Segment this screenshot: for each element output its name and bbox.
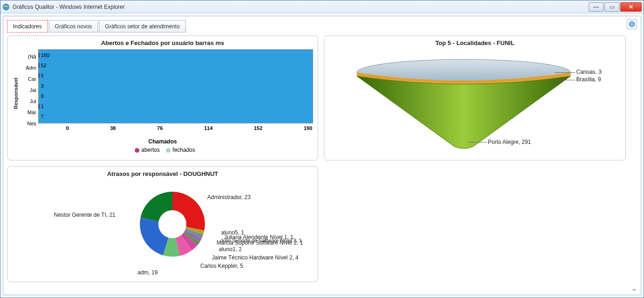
- bar-cat: Adm: [20, 65, 36, 71]
- bar-value: 3: [41, 83, 44, 89]
- bar-cat: Car: [20, 76, 36, 82]
- panel-donut-chart: Atrasos por responsável - DOUGHNUT: [7, 166, 318, 282]
- bar-ylabel: Responsável: [12, 49, 20, 137]
- donut-label-aluno5: aluno5, 1: [221, 229, 244, 236]
- bar-value: 52: [41, 63, 46, 68]
- bar-value: 5: [41, 73, 44, 78]
- ie-logo-icon: [2, 3, 10, 11]
- window-titlebar: Gráficos Qualitor - Windows Internet Exp…: [0, 0, 644, 13]
- panel-bar-chart: Abertos e Fechados por usuário barras ms…: [7, 35, 318, 161]
- bar-cat: Jul: [20, 98, 36, 104]
- bar-plot-area: 180 52 5 3 0 1 7: [38, 49, 313, 123]
- xtick: 190: [304, 125, 312, 131]
- tab-bar: Indicadores Gráficos novos Gráficos seto…: [7, 20, 637, 32]
- legend-dot-fechados: [166, 148, 171, 153]
- funnel-label-canoas: Canoas, 3: [576, 69, 602, 75]
- bar-cat: (Nã: [20, 54, 36, 59]
- donut-svg: [133, 185, 212, 264]
- panel-funnel-chart: Top 5 - Localidades - FUNIL Canoas, 3: [324, 35, 626, 161]
- bar-value: 7: [41, 114, 44, 119]
- donut-chart-title: Atrasos por responsável - DOUGHNUT: [12, 170, 313, 177]
- funnel-svg: [348, 54, 580, 151]
- bar-xlabel: Chamados: [12, 138, 313, 145]
- xtick: 38: [110, 125, 116, 131]
- xtick: 76: [157, 125, 163, 131]
- donut-label-jaime: Jaime Técnico Hardware Nível 2, 4: [212, 254, 299, 261]
- donut-label-aluno1: aluno1, 2: [219, 246, 242, 253]
- donut-label-nestor: Nestor Gerente de TI, 21: [54, 212, 116, 218]
- bar-cat: Már: [20, 110, 36, 115]
- donut-label-carlos: Carlos Keppler, 5: [200, 263, 243, 269]
- tab-graficos-novos[interactable]: Gráficos novos: [49, 20, 98, 32]
- funnel-label-porto-alegre: Porto Alegre, 291: [488, 139, 531, 145]
- legend-dot-abertos: [135, 148, 139, 153]
- legend-label: abertos: [141, 147, 160, 153]
- bar-value: 0: [41, 93, 44, 99]
- bar-chart-title: Abertos e Fechados por usuário barras ms: [12, 39, 313, 46]
- window-minimize-button[interactable]: ―: [589, 2, 604, 12]
- bar-legend: abertos fechados: [12, 147, 313, 153]
- bar-value: 180: [41, 52, 49, 58]
- window-title: Gráficos Qualitor - Windows Internet Exp…: [13, 4, 589, 10]
- donut-label-admin: Administrador, 23: [207, 194, 250, 201]
- bar-xaxis: 0 38 76 114 152 190: [38, 123, 313, 131]
- window-maximize-button[interactable]: ▭: [605, 2, 619, 12]
- donut-label-adm: adm, 19: [138, 269, 158, 276]
- bar-ycategories: (Nã Adm Car Jai Jul Már Nes: [20, 49, 38, 137]
- donut-label-julio: Julio Suporte de Software Nível 2, 1: [220, 238, 302, 243]
- xtick: 0: [66, 125, 69, 131]
- xtick: 152: [254, 125, 262, 131]
- xtick: 114: [204, 125, 212, 131]
- window-close-button[interactable]: ✕: [620, 2, 642, 12]
- bar-cat: Nes: [20, 121, 36, 126]
- funnel-chart-title: Top 5 - Localidades - FUNIL: [329, 39, 621, 46]
- bar-cat: Jai: [20, 87, 36, 93]
- tab-indicadores[interactable]: Indicadores: [7, 20, 48, 32]
- funnel-label-brasilia: Brasília, 9: [576, 76, 601, 83]
- legend-label: fechados: [172, 147, 195, 153]
- svg-point-3: [158, 210, 186, 238]
- tab-graficos-setor[interactable]: Gráficos setor de atendimento: [99, 20, 186, 32]
- bar-value: 1: [41, 104, 44, 109]
- scroll-down-icon[interactable]: ⌄: [631, 285, 639, 292]
- refresh-button[interactable]: [627, 19, 637, 29]
